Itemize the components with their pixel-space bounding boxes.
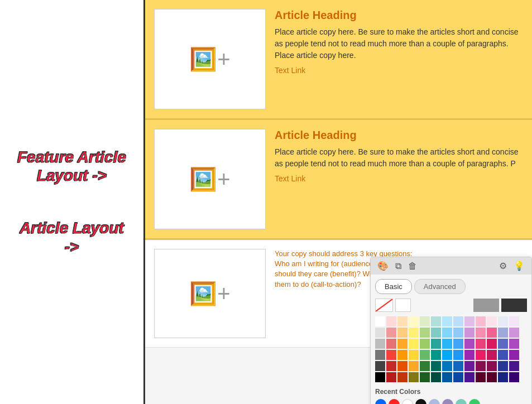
swatch[interactable] <box>487 350 497 360</box>
recent-swatch-7[interactable] <box>456 399 467 404</box>
swatch[interactable] <box>431 372 441 382</box>
swatch[interactable] <box>476 361 486 371</box>
swatch[interactable] <box>509 372 519 382</box>
swatch[interactable] <box>420 316 430 326</box>
swatch[interactable] <box>476 372 486 382</box>
swatch[interactable] <box>453 372 463 382</box>
swatch[interactable] <box>442 328 452 338</box>
swatch[interactable] <box>498 328 508 338</box>
swatch[interactable] <box>397 328 408 338</box>
swatch[interactable] <box>509 316 519 326</box>
swatch[interactable] <box>509 361 519 371</box>
swatch[interactable] <box>397 372 408 382</box>
swatch[interactable] <box>386 372 396 382</box>
recent-swatch-8[interactable] <box>469 399 480 404</box>
transparent-swatch[interactable] <box>375 299 393 312</box>
swatch[interactable] <box>409 350 419 360</box>
white-swatch[interactable] <box>395 299 411 312</box>
swatch[interactable] <box>409 361 419 371</box>
swatch[interactable] <box>509 339 519 349</box>
swatch[interactable] <box>386 361 396 371</box>
feature-article-label: Feature ArticleLayout -> <box>17 148 126 185</box>
swatch[interactable] <box>375 372 385 382</box>
swatch[interactable] <box>420 350 430 360</box>
swatch[interactable] <box>498 361 508 371</box>
swatch[interactable] <box>431 350 441 360</box>
swatch[interactable] <box>442 316 452 326</box>
swatch[interactable] <box>442 361 452 371</box>
article-link-2[interactable]: Text Link <box>275 174 523 183</box>
swatch[interactable] <box>420 339 430 349</box>
paint-btn[interactable]: 🎨 <box>375 259 391 272</box>
gear-btn[interactable]: ⚙ <box>497 259 509 272</box>
swatch[interactable] <box>431 339 441 349</box>
swatch[interactable] <box>509 350 519 360</box>
swatch[interactable] <box>386 316 396 326</box>
swatch[interactable] <box>487 372 497 382</box>
delete-btn[interactable]: 🗑 <box>406 259 419 272</box>
swatch[interactable] <box>464 339 475 349</box>
swatch[interactable] <box>431 316 441 326</box>
swatch[interactable] <box>498 372 508 382</box>
bulb-btn[interactable]: 💡 <box>511 259 527 272</box>
swatch[interactable] <box>375 350 385 360</box>
swatch[interactable] <box>464 328 475 338</box>
recent-swatch-4[interactable] <box>415 399 426 404</box>
swatch[interactable] <box>442 339 452 349</box>
swatch[interactable] <box>409 339 419 349</box>
swatch[interactable] <box>487 361 497 371</box>
swatch[interactable] <box>453 350 463 360</box>
swatch[interactable] <box>442 350 452 360</box>
swatch[interactable] <box>498 339 508 349</box>
swatch[interactable] <box>509 328 519 338</box>
swatch[interactable] <box>397 350 408 360</box>
basic-tab[interactable]: Basic <box>375 279 412 294</box>
swatch[interactable] <box>487 316 497 326</box>
swatch[interactable] <box>431 361 441 371</box>
swatch[interactable] <box>409 316 419 326</box>
swatch[interactable] <box>386 328 396 338</box>
recent-swatch-1[interactable] <box>375 399 386 404</box>
article-link-1[interactable]: Text Link <box>275 66 523 75</box>
recent-swatch-3[interactable] <box>402 399 413 404</box>
swatch[interactable] <box>476 339 486 349</box>
swatch[interactable] <box>442 372 452 382</box>
swatch[interactable] <box>453 361 463 371</box>
swatch[interactable] <box>453 316 463 326</box>
swatch[interactable] <box>476 328 486 338</box>
swatch[interactable] <box>453 328 463 338</box>
swatch[interactable] <box>498 316 508 326</box>
swatch[interactable] <box>498 350 508 360</box>
copy-btn[interactable]: ⧉ <box>393 259 404 272</box>
swatch[interactable] <box>397 339 408 349</box>
swatch[interactable] <box>386 350 396 360</box>
swatch[interactable] <box>464 372 475 382</box>
advanced-tab[interactable]: Advanced <box>414 279 466 294</box>
swatch[interactable] <box>397 361 408 371</box>
swatch[interactable] <box>431 328 441 338</box>
swatch[interactable] <box>386 339 396 349</box>
swatch[interactable] <box>487 328 497 338</box>
swatch[interactable] <box>375 361 385 371</box>
swatch[interactable] <box>464 316 475 326</box>
recent-swatch-5[interactable] <box>429 399 440 404</box>
swatch[interactable] <box>375 328 385 338</box>
recent-swatch-2[interactable] <box>389 399 400 404</box>
dark-swatch[interactable] <box>501 299 527 312</box>
swatch[interactable] <box>409 372 419 382</box>
recent-swatch-6[interactable] <box>442 399 453 404</box>
swatch[interactable] <box>409 328 419 338</box>
swatch[interactable] <box>375 316 385 326</box>
swatch[interactable] <box>464 361 475 371</box>
swatch[interactable] <box>453 339 463 349</box>
swatch[interactable] <box>420 328 430 338</box>
swatch[interactable] <box>397 316 408 326</box>
swatch[interactable] <box>464 350 475 360</box>
swatch[interactable] <box>420 361 430 371</box>
swatch[interactable] <box>476 350 486 360</box>
swatch[interactable] <box>420 372 430 382</box>
swatch[interactable] <box>476 316 486 326</box>
gray-swatch[interactable] <box>473 299 499 312</box>
swatch[interactable] <box>487 339 497 349</box>
swatch[interactable] <box>375 339 385 349</box>
